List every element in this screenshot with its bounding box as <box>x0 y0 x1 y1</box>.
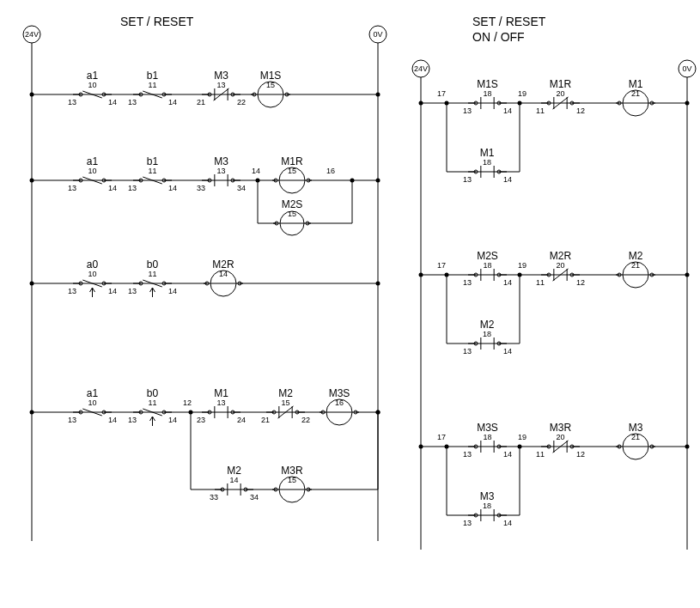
svg-text:13: 13 <box>216 81 225 89</box>
svg-point-11 <box>376 93 380 97</box>
svg-text:M3: M3 <box>480 490 495 502</box>
svg-text:M1S: M1S <box>260 70 282 82</box>
svg-text:18: 18 <box>483 158 491 167</box>
svg-text:20: 20 <box>556 89 564 98</box>
svg-text:ON / OFF: ON / OFF <box>472 30 525 44</box>
svg-text:21: 21 <box>631 433 640 441</box>
svg-text:M3: M3 <box>214 155 228 167</box>
svg-text:14: 14 <box>219 270 228 278</box>
svg-text:M3R: M3R <box>281 465 303 477</box>
svg-text:20: 20 <box>556 261 564 270</box>
svg-text:33: 33 <box>210 493 218 502</box>
svg-text:21: 21 <box>261 416 270 424</box>
svg-text:0V: 0V <box>373 30 382 39</box>
svg-text:12: 12 <box>576 278 585 287</box>
svg-point-341 <box>518 445 522 449</box>
svg-text:14: 14 <box>168 416 177 424</box>
svg-text:14: 14 <box>108 416 117 424</box>
svg-text:10: 10 <box>88 398 96 407</box>
svg-text:13: 13 <box>463 450 472 459</box>
svg-text:15: 15 <box>266 81 275 89</box>
svg-text:11: 11 <box>536 450 545 459</box>
svg-text:15: 15 <box>288 476 296 484</box>
svg-text:14: 14 <box>503 450 512 459</box>
svg-text:14: 14 <box>168 98 177 106</box>
svg-text:SET / RESET: SET / RESET <box>472 15 546 28</box>
svg-text:21: 21 <box>631 261 640 270</box>
svg-text:33: 33 <box>197 184 205 192</box>
svg-text:14: 14 <box>108 287 117 295</box>
svg-text:34: 34 <box>250 493 259 502</box>
svg-text:SET / RESET: SET / RESET <box>120 15 194 28</box>
svg-point-182 <box>189 410 193 415</box>
svg-text:13: 13 <box>463 519 472 527</box>
svg-text:13: 13 <box>128 416 137 424</box>
svg-text:24V: 24V <box>414 64 428 73</box>
svg-text:18: 18 <box>483 89 491 98</box>
svg-point-185 <box>376 410 380 415</box>
svg-text:13: 13 <box>463 106 472 115</box>
svg-text:a1: a1 <box>87 70 99 82</box>
svg-point-306 <box>419 445 423 449</box>
svg-text:14: 14 <box>108 184 117 192</box>
svg-text:15: 15 <box>288 167 296 175</box>
svg-text:13: 13 <box>68 98 76 106</box>
svg-text:M2R: M2R <box>550 250 572 262</box>
svg-text:11: 11 <box>536 106 545 115</box>
svg-text:15: 15 <box>281 398 289 407</box>
svg-text:23: 23 <box>197 416 205 424</box>
svg-text:b0: b0 <box>147 258 159 271</box>
svg-text:22: 22 <box>237 98 246 106</box>
svg-text:19: 19 <box>518 261 527 270</box>
svg-point-210 <box>419 101 423 106</box>
svg-text:14: 14 <box>168 287 177 295</box>
svg-text:16: 16 <box>326 167 335 175</box>
svg-text:13: 13 <box>128 98 137 106</box>
svg-text:M2R: M2R <box>212 258 234 271</box>
svg-point-131 <box>30 410 34 415</box>
svg-text:M2S: M2S <box>282 198 303 210</box>
svg-text:b1: b1 <box>147 70 159 82</box>
svg-text:19: 19 <box>518 89 527 98</box>
svg-text:M3: M3 <box>214 70 228 82</box>
svg-text:13: 13 <box>216 167 225 175</box>
svg-text:b1: b1 <box>147 155 159 167</box>
svg-text:M2: M2 <box>629 250 643 262</box>
svg-text:M1: M1 <box>480 147 495 159</box>
svg-text:14: 14 <box>229 476 238 484</box>
svg-text:10: 10 <box>88 167 96 175</box>
svg-text:18: 18 <box>483 330 491 338</box>
svg-text:12: 12 <box>576 106 585 115</box>
svg-text:12: 12 <box>576 450 585 459</box>
svg-text:13: 13 <box>68 184 76 192</box>
svg-point-307 <box>685 445 690 449</box>
svg-text:M3R: M3R <box>550 422 572 434</box>
svg-point-258 <box>419 273 423 277</box>
svg-text:14: 14 <box>168 184 177 192</box>
svg-text:24: 24 <box>237 416 246 424</box>
svg-text:24V: 24V <box>25 30 39 39</box>
svg-text:17: 17 <box>437 433 446 441</box>
svg-text:M1R: M1R <box>550 78 572 90</box>
svg-text:M1: M1 <box>629 78 643 90</box>
svg-text:13: 13 <box>216 398 225 407</box>
svg-text:M3S: M3S <box>477 422 498 434</box>
svg-text:M1R: M1R <box>281 155 303 167</box>
svg-point-101 <box>30 282 34 286</box>
svg-point-10 <box>30 93 34 97</box>
svg-text:21: 21 <box>631 89 640 98</box>
svg-point-243 <box>445 101 449 106</box>
svg-text:a1: a1 <box>87 155 99 167</box>
svg-text:17: 17 <box>437 89 446 98</box>
svg-text:14: 14 <box>503 106 512 115</box>
svg-text:11: 11 <box>148 167 156 175</box>
ladder-diagram: SET / RESETSET / RESETON / OFF24V0Va1101… <box>0 0 700 608</box>
svg-text:13: 13 <box>463 278 472 287</box>
svg-text:M2: M2 <box>480 319 495 331</box>
svg-point-102 <box>376 282 380 286</box>
svg-text:14: 14 <box>503 278 512 287</box>
svg-text:M2: M2 <box>278 387 293 399</box>
svg-text:15: 15 <box>288 210 296 218</box>
svg-point-92 <box>350 179 355 183</box>
svg-text:14: 14 <box>503 347 512 356</box>
